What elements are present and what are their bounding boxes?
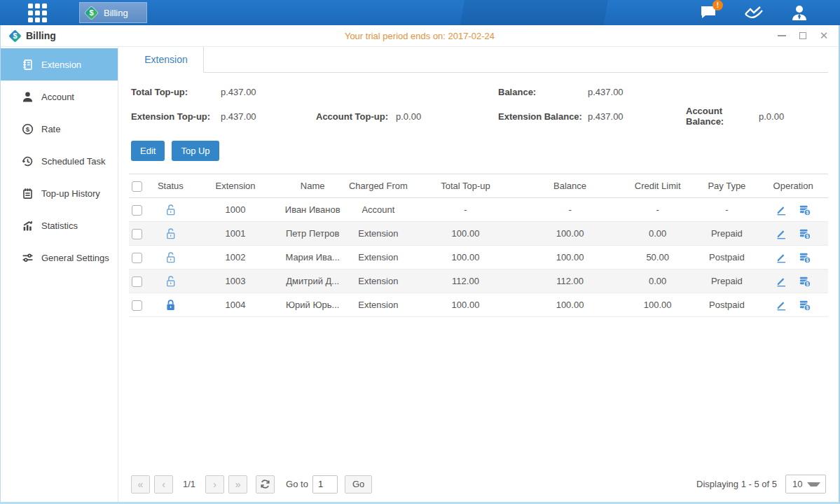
tab-extension[interactable]: Extension bbox=[129, 47, 204, 73]
select-all-checkbox[interactable] bbox=[132, 181, 142, 192]
operation-cell: $ bbox=[758, 222, 828, 246]
go-button[interactable]: Go bbox=[345, 475, 372, 493]
next-page-button[interactable]: › bbox=[205, 475, 224, 493]
tab-bar: Extension bbox=[129, 47, 828, 73]
edit-row-icon[interactable] bbox=[776, 275, 787, 287]
first-page-button[interactable]: « bbox=[131, 475, 150, 493]
svg-text:$: $ bbox=[806, 257, 808, 262]
header-operation: Operation bbox=[758, 174, 828, 198]
sidebar-item-label: Top-up History bbox=[41, 188, 100, 199]
sidebar-item-account[interactable]: Account bbox=[1, 80, 118, 113]
sidebar-item-extension[interactable]: Extension bbox=[1, 48, 118, 80]
goto-label: Go to bbox=[286, 479, 308, 489]
close-button[interactable]: ✕ bbox=[819, 31, 829, 41]
extension-cell: 1000 bbox=[191, 198, 280, 222]
messages-icon[interactable]: ! bbox=[698, 4, 718, 22]
goto-page-input[interactable] bbox=[312, 475, 338, 493]
credit-limit-cell: 0.00 bbox=[620, 270, 696, 293]
sidebar-item-scheduled-task[interactable]: Scheduled Task bbox=[1, 145, 118, 177]
desktop-topbar: $ Billing ! bbox=[0, 0, 840, 25]
row-checkbox[interactable] bbox=[132, 205, 142, 216]
page-indicator: 1/1 bbox=[177, 479, 201, 489]
credit-limit-cell: 0.00 bbox=[620, 222, 696, 246]
edit-row-icon[interactable] bbox=[776, 299, 787, 311]
last-page-button[interactable]: » bbox=[228, 475, 247, 493]
sidebar-item-label: Statistics bbox=[41, 220, 78, 231]
sidebar-item-topup-history[interactable]: Top-up History bbox=[1, 177, 118, 209]
topup-row-icon[interactable]: $ bbox=[799, 204, 811, 216]
sidebar-item-general-settings[interactable]: General Settings bbox=[1, 241, 118, 274]
user-account-icon[interactable] bbox=[790, 4, 809, 22]
status-cell bbox=[150, 293, 191, 317]
header-charged-from: Charged From bbox=[345, 174, 411, 198]
taskbar-item-billing[interactable]: $ Billing bbox=[79, 2, 147, 23]
dollar-circle-icon: $ bbox=[22, 123, 34, 135]
status-cell bbox=[150, 246, 191, 270]
extension-cell: 1003 bbox=[191, 270, 280, 293]
pay-type-cell: Postpaid bbox=[696, 293, 759, 317]
bar-chart-icon bbox=[22, 220, 34, 232]
balance-cell: 100.00 bbox=[520, 293, 620, 317]
edit-row-icon[interactable] bbox=[776, 251, 787, 263]
operation-cell: $ bbox=[758, 270, 828, 293]
balance-cell: 100.00 bbox=[520, 222, 620, 246]
resource-monitor-icon[interactable] bbox=[744, 4, 764, 22]
refresh-icon[interactable] bbox=[256, 475, 275, 493]
header-balance: Balance bbox=[520, 174, 620, 198]
taskbar-item-label: Billing bbox=[104, 8, 128, 18]
total-topup-value: p.437.00 bbox=[221, 87, 316, 97]
extension-cell: 1004 bbox=[191, 293, 280, 317]
action-buttons: Edit Top Up bbox=[129, 130, 828, 164]
total-topup-label: Total Top-up: bbox=[131, 87, 221, 97]
edit-row-icon[interactable] bbox=[776, 204, 787, 216]
displaying-info: Displaying 1 - 5 of 5 bbox=[696, 479, 777, 489]
name-cell: Мария Ива... bbox=[280, 246, 345, 270]
lock-open-icon bbox=[165, 251, 177, 264]
row-checkbox[interactable] bbox=[132, 253, 142, 263]
minimize-button[interactable] bbox=[777, 31, 787, 41]
extension-cell: 1001 bbox=[191, 222, 280, 246]
total-topup-cell: 100.00 bbox=[411, 293, 521, 317]
topup-row-icon[interactable]: $ bbox=[799, 299, 811, 312]
pay-type-cell: - bbox=[696, 198, 759, 222]
pay-type-cell: Postpaid bbox=[696, 246, 759, 270]
window-title: Billing bbox=[26, 30, 56, 41]
row-checkbox[interactable] bbox=[132, 229, 142, 239]
row-checkbox[interactable] bbox=[132, 300, 142, 311]
svg-text:$: $ bbox=[806, 233, 808, 239]
extension-balance-label: Extension Balance: bbox=[498, 111, 588, 122]
prev-page-button[interactable]: ‹ bbox=[154, 475, 173, 493]
status-cell bbox=[150, 270, 191, 293]
credit-limit-cell: 50.00 bbox=[620, 246, 696, 270]
header-status: Status bbox=[150, 174, 191, 198]
extension-cell: 1002 bbox=[191, 246, 280, 270]
balance-cell: 112.00 bbox=[520, 270, 620, 293]
top-up-button[interactable]: Top Up bbox=[172, 141, 219, 161]
sliders-icon bbox=[22, 252, 34, 264]
topup-row-icon[interactable]: $ bbox=[799, 251, 811, 264]
svg-text:$: $ bbox=[806, 304, 808, 310]
edit-row-icon[interactable] bbox=[776, 227, 787, 239]
svg-text:$: $ bbox=[26, 125, 30, 133]
topbar-right-icons: ! bbox=[698, 4, 840, 22]
balance-label: Balance: bbox=[498, 87, 588, 97]
header-credit-limit: Credit Limit bbox=[620, 174, 696, 198]
pay-type-cell: Prepaid bbox=[696, 270, 759, 293]
name-cell: Дмитрий Д... bbox=[280, 270, 345, 293]
account-balance-label: Account Balance: bbox=[686, 106, 759, 127]
topup-row-icon[interactable]: $ bbox=[799, 227, 811, 240]
row-checkbox[interactable] bbox=[132, 276, 142, 287]
extension-topup-value: p.437.00 bbox=[221, 111, 316, 122]
edit-button[interactable]: Edit bbox=[131, 141, 165, 161]
sidebar-item-rate[interactable]: $ Rate bbox=[1, 113, 118, 145]
maximize-button[interactable] bbox=[798, 31, 808, 41]
header-pay-type: Pay Type bbox=[696, 174, 759, 198]
lock-open-icon bbox=[165, 275, 177, 288]
total-topup-cell: 112.00 bbox=[411, 270, 521, 293]
sidebar-item-label: Scheduled Task bbox=[41, 156, 106, 167]
topup-row-icon[interactable]: $ bbox=[799, 275, 811, 288]
sidebar-item-statistics[interactable]: Statistics bbox=[1, 209, 118, 241]
app-menu-grid-icon[interactable] bbox=[25, 1, 49, 24]
page-size-select[interactable]: 10 bbox=[785, 475, 826, 493]
svg-text:$: $ bbox=[806, 281, 808, 286]
